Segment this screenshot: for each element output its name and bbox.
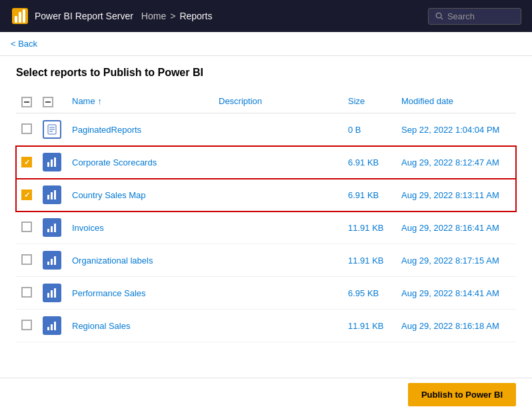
row-name[interactable]: PaginatedReports <box>67 113 213 146</box>
breadcrumb-home[interactable]: Home <box>141 11 166 21</box>
app-logo: Power BI Report Server <box>11 7 133 25</box>
file-type-icon <box>43 153 61 171</box>
svg-rect-18 <box>54 224 56 232</box>
svg-rect-19 <box>47 262 49 265</box>
main-content: Select reports to Publish to Power BI Na… <box>0 56 532 353</box>
row-name[interactable]: Performance Sales <box>67 277 213 310</box>
breadcrumb-separator: > <box>170 11 175 21</box>
row-name[interactable]: Corporate Scorecards <box>67 146 213 179</box>
row-checkbox[interactable] <box>21 287 32 298</box>
table-row: Corporate Scorecards6.91 KBAug 29, 2022 … <box>16 146 516 179</box>
search-input[interactable] <box>447 11 514 21</box>
row-size: 6.91 KB <box>343 179 396 212</box>
row-checkbox[interactable] <box>21 189 32 200</box>
svg-rect-13 <box>47 195 49 199</box>
row-checkbox[interactable] <box>21 320 32 330</box>
svg-rect-25 <box>47 327 49 330</box>
svg-point-4 <box>436 13 441 18</box>
table-row: Invoices11.91 KBAug 29, 2022 8:16:41 AM <box>16 212 516 244</box>
svg-rect-15 <box>54 190 56 199</box>
svg-rect-22 <box>47 293 49 298</box>
svg-rect-24 <box>54 288 56 298</box>
row-description <box>213 310 343 342</box>
row-description <box>213 179 343 212</box>
row-name[interactable]: Country Sales Map <box>67 179 213 212</box>
table-body: PaginatedReports0 BSep 22, 2022 1:04:04 … <box>16 113 516 342</box>
file-type-icon <box>43 185 61 204</box>
svg-rect-10 <box>47 162 49 167</box>
powerbi-logo-icon <box>11 7 29 25</box>
row-size: 0 B <box>343 113 396 146</box>
row-modified-date: Aug 29, 2022 8:14:41 AM <box>396 277 516 310</box>
header-name[interactable]: Name ↑ <box>67 89 213 113</box>
svg-rect-27 <box>54 322 56 330</box>
row-icon-cell <box>37 244 67 277</box>
file-type-icon <box>43 120 61 139</box>
row-icon-cell <box>37 277 67 310</box>
svg-rect-12 <box>54 157 56 167</box>
row-size: 11.91 KB <box>343 310 396 342</box>
row-checkbox[interactable] <box>21 123 32 134</box>
svg-rect-1 <box>15 16 17 23</box>
svg-rect-23 <box>51 290 53 298</box>
header-icon-col <box>37 89 67 113</box>
row-description <box>213 277 343 310</box>
table-row: Country Sales Map6.91 KBAug 29, 2022 8:1… <box>16 179 516 212</box>
svg-rect-17 <box>51 226 53 232</box>
row-description <box>213 212 343 244</box>
row-icon-cell <box>37 179 67 212</box>
search-box[interactable] <box>428 8 521 25</box>
row-checkbox[interactable] <box>21 157 32 167</box>
back-bar: < Back <box>0 32 532 56</box>
row-checkbox-cell <box>16 310 37 342</box>
row-description <box>213 146 343 179</box>
select-all-checkbox[interactable] <box>21 97 32 107</box>
header-size: Size <box>343 89 396 113</box>
header-modified: Modified date <box>396 89 516 113</box>
row-description <box>213 244 343 277</box>
row-name[interactable]: Regional Sales <box>67 310 213 342</box>
table-row: Performance Sales6.95 KBAug 29, 2022 8:1… <box>16 277 516 310</box>
header-type-checkbox <box>43 97 53 107</box>
svg-line-5 <box>441 17 443 19</box>
row-checkbox[interactable] <box>21 254 32 265</box>
row-name[interactable]: Organizational labels <box>67 244 213 277</box>
row-icon-cell <box>37 113 67 146</box>
row-checkbox-cell <box>16 244 37 277</box>
page-title: Select reports to Publish to Power BI <box>16 67 516 79</box>
desc-header-label: Description <box>219 96 262 106</box>
file-type-icon <box>43 316 61 335</box>
report-table: Name ↑ Description Size Modified date Pa… <box>16 89 516 342</box>
row-modified-date: Aug 29, 2022 8:16:41 AM <box>396 212 516 244</box>
row-icon-cell <box>37 310 67 342</box>
row-checkbox-cell <box>16 212 37 244</box>
row-checkbox-cell <box>16 277 37 310</box>
row-modified-date: Aug 29, 2022 8:16:18 AM <box>396 310 516 342</box>
file-type-icon <box>43 284 61 302</box>
row-size: 6.91 KB <box>343 146 396 179</box>
size-header-label: Size <box>348 96 365 106</box>
row-name[interactable]: Invoices <box>67 212 213 244</box>
svg-rect-2 <box>19 12 21 23</box>
row-description <box>213 113 343 146</box>
row-modified-date: Sep 22, 2022 1:04:04 PM <box>396 113 516 146</box>
row-size: 11.91 KB <box>343 212 396 244</box>
row-icon-cell <box>37 212 67 244</box>
search-icon <box>435 11 443 21</box>
header: Power BI Report Server Home > Reports <box>0 0 532 32</box>
svg-rect-16 <box>47 229 49 232</box>
svg-rect-26 <box>51 324 53 330</box>
bottom-bar: Publish to Power BI <box>0 378 532 411</box>
svg-rect-11 <box>51 159 53 167</box>
file-type-icon <box>43 218 61 237</box>
app-name: Power BI Report Server <box>35 11 133 21</box>
row-checkbox[interactable] <box>21 222 32 232</box>
file-type-icon <box>43 251 61 270</box>
back-button[interactable]: < Back <box>11 39 521 49</box>
svg-rect-20 <box>51 259 53 265</box>
table-row: PaginatedReports0 BSep 22, 2022 1:04:04 … <box>16 113 516 146</box>
svg-rect-21 <box>54 256 56 265</box>
row-icon-cell <box>37 146 67 179</box>
name-header-label: Name ↑ <box>72 96 102 106</box>
publish-power-bi-button[interactable]: Publish to Power BI <box>408 383 516 406</box>
